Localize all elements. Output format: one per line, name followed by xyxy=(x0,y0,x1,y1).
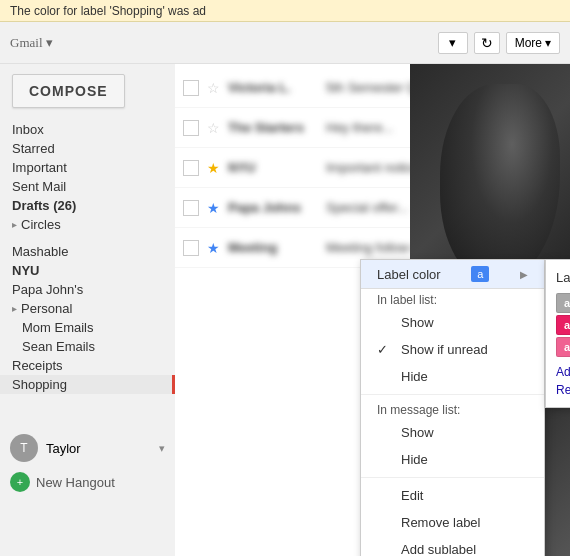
sidebar-item-shopping[interactable]: Shopping xyxy=(0,375,175,394)
color-swatch-0[interactable]: a xyxy=(556,293,570,313)
add-custom-color-link[interactable]: Add custom color xyxy=(556,365,570,379)
checkbox-arrow: ▾ xyxy=(449,35,456,50)
show-label: Show xyxy=(401,315,434,330)
edit-label: Edit xyxy=(401,488,423,503)
show-msg-label: Show xyxy=(401,425,434,440)
sidebar-item-label: NYU xyxy=(12,263,39,278)
sidebar-item-receipts[interactable]: Receipts xyxy=(0,356,175,375)
compose-button[interactable]: COMPOSE xyxy=(12,74,125,108)
hide-msg-item[interactable]: Hide xyxy=(361,446,544,473)
show-if-unread-item[interactable]: ✓ Show if unread xyxy=(361,336,544,363)
personal-arrow: ▸ xyxy=(12,303,17,314)
star-icon[interactable]: ☆ xyxy=(207,120,220,136)
refresh-button[interactable]: ↻ xyxy=(474,32,500,54)
sidebar-item-starred[interactable]: Starred xyxy=(0,139,175,158)
avatar: T xyxy=(10,434,38,462)
add-sublabel-label: Add sublabel xyxy=(401,542,476,556)
sidebar-item-label: Shopping xyxy=(12,377,67,392)
in-label-list-text: In label list: xyxy=(377,293,437,307)
sidebar-item-seanemails[interactable]: Sean Emails xyxy=(0,337,175,356)
email-checkbox[interactable] xyxy=(183,160,199,176)
email-sender: The Starters xyxy=(228,120,318,135)
star-icon[interactable]: ★ xyxy=(207,160,220,176)
gmail-logo-text: Gmail xyxy=(10,35,43,51)
color-grid: aaaaaaaaaaaaaaaaaaaaa xyxy=(556,293,570,357)
color-swatch-14[interactable]: a xyxy=(556,337,570,357)
user-name: Taylor xyxy=(46,441,81,456)
show-msg-item[interactable]: Show xyxy=(361,419,544,446)
sidebar-item-inbox[interactable]: Inbox xyxy=(0,120,175,139)
sidebar-item-personal[interactable]: ▸ Personal xyxy=(0,299,175,318)
sidebar-item-label: Starred xyxy=(12,141,55,156)
context-menu: Label color a ▶ In label list: Show ✓ Sh… xyxy=(360,259,545,556)
email-checkbox[interactable] xyxy=(183,200,199,216)
sidebar-item-momemails[interactable]: Mom Emails xyxy=(0,318,175,337)
sidebar-item-circles[interactable]: ▸ Circles xyxy=(0,215,175,234)
menu-divider xyxy=(361,394,544,395)
color-swatch-7[interactable]: a xyxy=(556,315,570,335)
label-color-item[interactable]: Label color a ▶ xyxy=(361,260,544,289)
email-sender: Papa Johns xyxy=(228,200,318,215)
hide-label: Hide xyxy=(401,369,428,384)
show-if-unread-label: Show if unread xyxy=(401,342,488,357)
new-hangout-label: New Hangout xyxy=(36,475,115,490)
remove-color-link[interactable]: Remove color xyxy=(556,383,570,397)
sidebar-item-label: Papa John's xyxy=(12,282,83,297)
in-message-list-text: In message list: xyxy=(377,403,460,417)
remove-label-item[interactable]: Remove label xyxy=(361,509,544,536)
in-label-list-section: In label list: xyxy=(361,289,544,309)
show-item[interactable]: Show xyxy=(361,309,544,336)
notification-bar: The color for label 'Shopping' was ad xyxy=(0,0,570,22)
sidebar-item-label: Mashable xyxy=(12,244,68,259)
user-profile[interactable]: T Taylor ▾ xyxy=(0,428,175,468)
gmail-logo[interactable]: Gmail ▾ xyxy=(10,35,53,51)
sidebar-item-label: Important xyxy=(12,160,67,175)
email-checkbox[interactable] xyxy=(183,80,199,96)
more-button[interactable]: More ▾ xyxy=(506,32,560,54)
more-arrow: ▾ xyxy=(545,36,551,50)
email-sender: NYU xyxy=(228,160,318,175)
menu-divider-2 xyxy=(361,477,544,478)
sidebar-item-label: Drafts (26) xyxy=(12,198,76,213)
sidebar-item-label: Personal xyxy=(21,301,72,316)
email-sender: Victoria L. xyxy=(228,80,318,95)
refresh-icon: ↻ xyxy=(481,35,493,51)
sidebar-item-sent[interactable]: Sent Mail xyxy=(0,177,175,196)
notification-text: The color for label 'Shopping' was ad xyxy=(10,4,206,18)
sidebar-item-label: Circles xyxy=(21,217,61,232)
circles-arrow: ▸ xyxy=(12,219,17,230)
edit-item[interactable]: Edit xyxy=(361,482,544,509)
sidebar: COMPOSE Inbox Starred Important Sent Mai… xyxy=(0,64,175,556)
sidebar-item-nyu[interactable]: NYU xyxy=(0,261,175,280)
sidebar-item-label: Inbox xyxy=(12,122,44,137)
hangout-icon: + xyxy=(10,472,30,492)
label-color-tag: a xyxy=(471,266,489,282)
star-icon[interactable]: ☆ xyxy=(207,80,220,96)
submenu-arrow: ▶ xyxy=(520,269,528,280)
hide-item[interactable]: Hide xyxy=(361,363,544,390)
new-hangout[interactable]: + New Hangout xyxy=(0,468,175,496)
header-controls: ▾ ↻ More ▾ xyxy=(438,32,560,54)
sidebar-item-mashable[interactable]: Mashable xyxy=(0,242,175,261)
sidebar-item-important[interactable]: Important xyxy=(0,158,175,177)
check-icon: ✓ xyxy=(377,342,393,357)
remove-label: Remove label xyxy=(401,515,481,530)
add-sublabel-item[interactable]: Add sublabel xyxy=(361,536,544,556)
sidebar-item-drafts[interactable]: Drafts (26) xyxy=(0,196,175,215)
star-icon[interactable]: ★ xyxy=(207,200,220,216)
sidebar-item-label: Receipts xyxy=(12,358,63,373)
label-color-text: Label color xyxy=(377,267,441,282)
email-checkbox[interactable] xyxy=(183,120,199,136)
user-arrow: ▾ xyxy=(159,442,165,455)
email-checkbox[interactable] xyxy=(183,240,199,256)
header: Gmail ▾ ▾ ↻ More ▾ xyxy=(0,22,570,64)
star-icon[interactable]: ★ xyxy=(207,240,220,256)
more-label: More xyxy=(515,36,542,50)
main-content: ☆ Victoria L. 5th Semester Qu... ! Mar 1… xyxy=(175,64,570,556)
gmail-body: COMPOSE Inbox Starred Important Sent Mai… xyxy=(0,64,570,556)
gmail-logo-arrow: ▾ xyxy=(46,35,53,51)
sidebar-item-label: Mom Emails xyxy=(22,320,94,335)
select-checkbox[interactable]: ▾ xyxy=(438,32,468,54)
in-message-list-section: In message list: xyxy=(361,399,544,419)
sidebar-item-papajohns[interactable]: Papa John's xyxy=(0,280,175,299)
